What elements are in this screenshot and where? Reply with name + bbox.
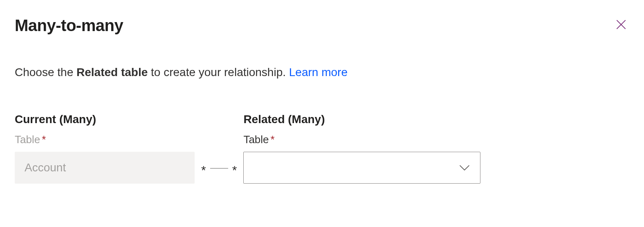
chevron-down-icon: [459, 164, 470, 171]
description-prefix: Choose the: [15, 66, 76, 79]
dialog-description: Choose the Related table to create your …: [15, 64, 629, 80]
description-suffix: to create your relationship.: [148, 66, 289, 79]
description-bold: Related table: [76, 66, 148, 79]
current-column: Current (Many) Table* Account: [15, 113, 195, 184]
related-section-header: Related (Many): [243, 113, 480, 126]
current-table-value: Account: [25, 161, 66, 174]
related-table-label-text: Table: [243, 133, 269, 146]
connector-left-star: *: [201, 164, 206, 176]
relationship-columns: Current (Many) Table* Account * * Relate…: [15, 113, 629, 184]
current-table-label-text: Table: [15, 133, 40, 146]
current-table-field: Account: [15, 152, 195, 184]
dialog-title: Many-to-many: [15, 16, 123, 35]
related-column: Related (Many) Table*: [243, 113, 480, 184]
connector-line: [210, 168, 228, 169]
related-table-dropdown[interactable]: [243, 152, 480, 184]
dialog-header: Many-to-many: [15, 16, 629, 35]
current-section-header: Current (Many): [15, 113, 195, 126]
required-mark: *: [42, 133, 46, 146]
current-table-label: Table*: [15, 133, 195, 146]
close-button[interactable]: [611, 15, 631, 34]
connector-right-star: *: [232, 164, 237, 176]
related-table-label: Table*: [243, 133, 480, 146]
learn-more-link[interactable]: Learn more: [289, 66, 348, 79]
required-mark: *: [271, 133, 275, 146]
close-icon: [615, 18, 628, 31]
relationship-connector: * *: [195, 152, 243, 184]
